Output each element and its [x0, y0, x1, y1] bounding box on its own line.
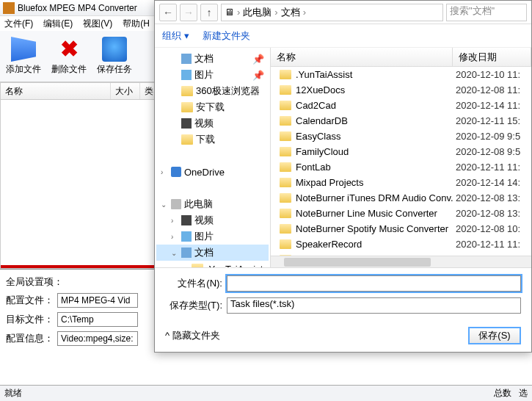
- filename-label: 文件名(N):: [165, 277, 227, 290]
- tree-item[interactable]: 安下载: [156, 99, 269, 115]
- file-row[interactable]: CalendarDB2020-12-11 15:: [271, 113, 531, 129]
- file-row[interactable]: EasyClass2020-12-09 9:5: [271, 129, 531, 144]
- folder-icon: [181, 86, 193, 96]
- tree-item[interactable]: ›图片: [156, 228, 269, 245]
- tree-item[interactable]: [156, 148, 269, 164]
- folder-icon: [280, 193, 291, 203]
- file-row[interactable]: NoteBurner Line Music Converter2020-12-0…: [271, 206, 531, 221]
- folder-icon: [181, 134, 193, 145]
- file-row[interactable]: SpeakerRecord2020-12-11 11:: [271, 236, 531, 252]
- file-pane: 名称 修改日期 .YunTaiAssist2020-12-10 11:12Xue…: [271, 48, 531, 267]
- tree-item[interactable]: [156, 180, 269, 196]
- tree-item-label: OneDrive: [184, 167, 225, 178]
- tree-item[interactable]: ›视频: [156, 212, 269, 228]
- status-total: 总数: [494, 388, 511, 398]
- folder-icon: [280, 101, 291, 110]
- tree-item-label: 视频: [194, 214, 214, 227]
- search-input[interactable]: 搜索"文档": [446, 4, 527, 21]
- status-bar: 就绪 总数 选: [0, 385, 532, 401]
- crumb-root[interactable]: 此电脑: [243, 6, 272, 19]
- file-row[interactable]: .YunTaiAssist2020-12-10 11:: [271, 67, 531, 82]
- filename-input[interactable]: [227, 275, 521, 292]
- nav-forward-button[interactable]: →: [180, 4, 197, 21]
- save-label: 保存任务: [97, 63, 132, 76]
- col-name[interactable]: 名称: [1, 83, 111, 99]
- file-header-name[interactable]: 名称: [271, 48, 453, 66]
- col-size[interactable]: 大小: [111, 83, 140, 99]
- file-date: 2020-12-14 11:: [453, 100, 531, 111]
- dialog-nav: ← → ↑ 🖥 › 此电脑 › 文档 › 搜索"文档": [155, 1, 531, 24]
- folder-icon: [192, 264, 203, 267]
- folder-icon: [280, 131, 291, 141]
- profile-value[interactable]: MP4 MPEG-4 Vid: [57, 293, 138, 308]
- dialog-toolbar: 组织 ▾ 新建文件夹: [155, 24, 531, 48]
- file-date: 2020-12-11 15:: [453, 115, 531, 126]
- tree-item[interactable]: 图片📌: [156, 67, 269, 83]
- file-date: 2020-12-08 10:: [453, 223, 531, 234]
- folder-icon: [280, 147, 291, 156]
- file-row[interactable]: FamilyCloud2020-12-08 9:5: [271, 144, 531, 159]
- menu-edit[interactable]: 编辑(E): [43, 18, 73, 30]
- filetype-select[interactable]: Task files(*.tsk): [227, 297, 521, 314]
- pin-icon: 📌: [252, 70, 269, 81]
- status-sel: 选: [519, 388, 528, 398]
- breadcrumb[interactable]: 🖥 › 此电脑 › 文档 ›: [221, 4, 443, 21]
- folder-icon: [280, 224, 291, 234]
- delete-file-button[interactable]: ✖ 删除文件: [51, 37, 87, 76]
- file-name: FontLab: [296, 162, 331, 173]
- tree-item-label: 安下载: [196, 101, 225, 114]
- nav-back-button[interactable]: ←: [159, 4, 177, 21]
- tree-item-label: .YunTaiAssist: [206, 264, 263, 268]
- info-label: 配置信息：: [6, 332, 57, 345]
- scrollbar-thumb[interactable]: [284, 258, 431, 267]
- tree-item-label: 下载: [196, 133, 215, 146]
- info-value[interactable]: Video:mpeg4,size:: [57, 331, 138, 346]
- tree-item[interactable]: ›OneDrive: [156, 164, 269, 180]
- pin-icon: 📌: [252, 54, 269, 65]
- tree-item[interactable]: 360极速浏览器: [156, 83, 269, 99]
- file-row[interactable]: NoteBurner Spotify Music Converter2020-1…: [271, 221, 531, 236]
- tree-item[interactable]: 文档📌: [156, 51, 269, 67]
- file-row[interactable]: Mixpad Projects2020-12-14 14:: [271, 175, 531, 190]
- folder-tree[interactable]: 文档📌图片📌360极速浏览器安下载视频下载›OneDrive⌄此电脑›视频›图片…: [155, 48, 271, 267]
- file-name: 12XueDocs: [296, 84, 345, 95]
- tree-item[interactable]: ⌄文档: [156, 245, 269, 261]
- file-header-date[interactable]: 修改日期: [453, 48, 531, 66]
- tree-item-label: 此电脑: [184, 198, 213, 211]
- folder-icon: [280, 70, 291, 79]
- chevron-right-icon: ›: [237, 7, 240, 18]
- tree-item[interactable]: 下载: [156, 131, 269, 148]
- hide-folders-link[interactable]: ^ 隐藏文件夹: [165, 329, 220, 342]
- file-date: 2020-12-11 11:: [453, 239, 531, 250]
- crumb-current[interactable]: 文档: [281, 6, 300, 19]
- pc-icon: 🖥: [225, 7, 234, 18]
- status-ready: 就绪: [4, 387, 22, 400]
- tree-item[interactable]: ⌄此电脑: [156, 196, 269, 212]
- add-file-button[interactable]: 添加文件: [6, 37, 41, 76]
- tree-item[interactable]: .YunTaiAssist: [156, 261, 269, 267]
- horizontal-scrollbar[interactable]: [271, 256, 531, 267]
- new-folder-button[interactable]: 新建文件夹: [203, 29, 250, 43]
- folder-icon: [280, 209, 291, 218]
- file-date: 2020-12-08 9:5: [453, 146, 531, 157]
- save-task-button[interactable]: 保存任务: [97, 37, 132, 76]
- nav-up-button[interactable]: ↑: [200, 4, 218, 21]
- folder-icon: [280, 178, 291, 187]
- menu-help[interactable]: 帮助(H: [123, 18, 150, 30]
- dialog-form: 文件名(N): 保存类型(T): Task files(*.tsk): [155, 268, 531, 324]
- target-value[interactable]: C:\Temp: [57, 312, 138, 327]
- dialog-body: 文档📌图片📌360极速浏览器安下载视频下载›OneDrive⌄此电脑›视频›图片…: [155, 48, 531, 268]
- organize-menu[interactable]: 组织 ▾: [162, 29, 189, 43]
- menu-view[interactable]: 视图(V): [83, 18, 112, 30]
- file-row[interactable]: NoteBurner iTunes DRM Audio Conv..2020-1…: [271, 190, 531, 206]
- file-name: .YunTaiAssist: [296, 69, 352, 80]
- save-dialog: ← → ↑ 🖥 › 此电脑 › 文档 › 搜索"文档" 组织 ▾ 新建文件夹 文…: [154, 0, 532, 353]
- file-row[interactable]: FontLab2020-12-11 11:: [271, 159, 531, 175]
- save-button[interactable]: 保存(S): [468, 327, 521, 344]
- menu-file[interactable]: 文件(F): [4, 18, 33, 30]
- file-list[interactable]: .YunTaiAssist2020-12-10 11:12XueDocs2020…: [271, 67, 531, 256]
- tree-item-label: 视频: [194, 117, 214, 130]
- tree-item[interactable]: 视频: [156, 115, 269, 131]
- file-row[interactable]: 12XueDocs2020-12-08 11:: [271, 82, 531, 98]
- file-row[interactable]: Cad2Cad2020-12-14 11:: [271, 98, 531, 113]
